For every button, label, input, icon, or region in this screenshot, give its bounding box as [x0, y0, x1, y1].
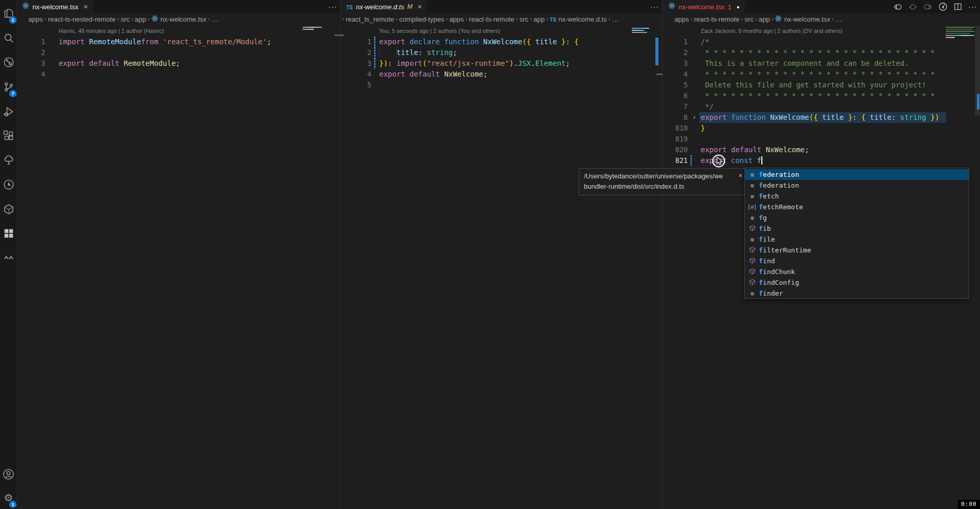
suggest-item[interactable]: ≡federation	[745, 169, 969, 180]
suggest-item[interactable]: ≡file	[745, 234, 969, 245]
code-editor[interactable]: 1import RemoteModulefrom 'react_ts_remot…	[17, 25, 340, 509]
suggest-widget: ≡federation≡federation≡fetch[∅]fetchRemo…	[744, 168, 969, 299]
line-number: 4	[17, 69, 45, 80]
breadcrumb-item[interactable]: app	[135, 15, 146, 23]
suggest-item[interactable]: fib	[745, 223, 969, 234]
minimap[interactable]	[632, 28, 649, 34]
code-line[interactable]: 4	[17, 69, 340, 80]
code-line[interactable]: 6 * * * * * * * * * * * * * * * * * * * …	[663, 90, 980, 101]
tab-close-icon[interactable]: ×	[418, 3, 422, 11]
breadcrumb-item[interactable]: src	[520, 15, 528, 23]
timeline-icon[interactable]	[0, 174, 17, 195]
code-editor[interactable]: 1export declare function NxWelcome({ tit…	[341, 25, 662, 509]
text-cursor	[761, 156, 762, 165]
breadcrumb-item[interactable]: …	[211, 15, 218, 23]
explorer-icon[interactable]: 1	[0, 3, 17, 24]
previous-change-icon[interactable]	[894, 3, 902, 11]
breadcrumb-item[interactable]: apps	[449, 15, 464, 23]
breadcrumb-item[interactable]: compiled-types	[399, 15, 444, 23]
editor-more-actions-icon[interactable]: ···	[968, 3, 977, 11]
code-line[interactable]: 5	[341, 80, 662, 90]
split-editor-icon[interactable]	[954, 3, 962, 11]
overview-modified-marker	[977, 94, 979, 110]
suggest-item[interactable]: find	[745, 256, 969, 266]
line-number: 4	[341, 69, 371, 80]
source-control-icon[interactable]: 7	[0, 77, 17, 97]
breadcrumb-item[interactable]: app	[759, 15, 770, 23]
text-suggestion-icon: ≡	[747, 171, 757, 178]
explorer-badge: 1	[9, 16, 16, 24]
fold-chevron-icon[interactable]: ›	[692, 112, 696, 123]
suggest-item[interactable]: [∅]fetchRemote	[745, 202, 969, 212]
code-line[interactable]: 3}): import("react/jsx-runtime").JSX.Ele…	[341, 58, 662, 69]
breadcrumb-item[interactable]: …	[612, 15, 618, 23]
grid-view-icon[interactable]	[0, 223, 17, 244]
code-line[interactable]: 818}	[663, 123, 980, 134]
suggest-item[interactable]: filterRuntime	[745, 245, 969, 256]
tree-view-icon[interactable]	[0, 150, 17, 170]
minimap[interactable]	[946, 27, 974, 39]
wave-extension-icon[interactable]	[0, 247, 17, 268]
extensions-icon[interactable]	[0, 125, 17, 146]
breadcrumb-item[interactable]: react-ts-remote	[469, 15, 514, 23]
code-line[interactable]: 2 title: string;	[341, 47, 662, 58]
tooltip-close-icon[interactable]: ×	[738, 171, 742, 181]
breadcrumb-item[interactable]: react-ts-nested-remote	[48, 15, 116, 23]
suggest-item[interactable]: findChunk	[745, 266, 969, 277]
breadcrumb-item[interactable]: react-ts-remote	[694, 15, 739, 23]
suggest-item[interactable]: ≡fetch	[745, 191, 969, 202]
code-line[interactable]: 3 This is a starter component and can be…	[663, 58, 980, 69]
code-line[interactable]: 7 */	[663, 101, 980, 112]
search-icon[interactable]	[0, 28, 17, 48]
suggest-item[interactable]: ≡fg	[745, 212, 969, 223]
code-line[interactable]: 5 Delete this file and get started with …	[663, 80, 980, 90]
code-line-text: import RemoteModulefrom 'react_ts_remote…	[59, 37, 271, 47]
code-line[interactable]: 819	[663, 134, 980, 144]
editor-more-actions-icon[interactable]: ···	[328, 3, 337, 11]
tab-nx-welcome-tsx[interactable]: nx-welcome.tsx×	[17, 0, 93, 13]
breadcrumb-item[interactable]: nx-welcome.tsx	[775, 15, 830, 24]
hexagon-extension-icon[interactable]	[0, 199, 17, 220]
code-line[interactable]: 820export default NxWelcome;	[663, 144, 980, 155]
breadcrumb-item[interactable]: TSnx-welcome.d.ts	[550, 15, 607, 23]
code-line[interactable]: 4 * * * * * * * * * * * * * * * * * * * …	[663, 69, 980, 80]
codelens-blame[interactable]: Zack Jackson, 9 months ago | 2 authors (…	[701, 28, 843, 36]
code-line[interactable]: 3export default RemoteModule;	[17, 58, 340, 69]
breadcrumb-item[interactable]: src	[744, 15, 753, 23]
codelens-blame[interactable]: You, 5 seconds ago | 2 authors (You and …	[379, 28, 500, 36]
account-icon[interactable]	[0, 464, 17, 484]
code-line[interactable]: 8›export function NxWelcome({ title }: {…	[663, 112, 980, 123]
code-line[interactable]: 821export const f	[663, 155, 980, 166]
text-suggestion-icon: ≡	[747, 214, 757, 222]
code-line[interactable]: 1/*	[663, 37, 980, 47]
settings-icon[interactable]: ⚙ 1	[0, 487, 17, 508]
code-line[interactable]: 1export declare function NxWelcome({ tit…	[341, 37, 662, 47]
remote-graph-icon[interactable]	[0, 52, 17, 72]
run-debug-icon[interactable]	[0, 101, 17, 122]
breadcrumb-item[interactable]: src	[121, 15, 130, 23]
tab-nx-welcome-tsx-active[interactable]: nx-welcome.tsx1●	[663, 0, 744, 13]
breadcrumb-item[interactable]: nx-welcome.tsx	[151, 15, 207, 24]
timeline-run-icon[interactable]	[938, 2, 948, 11]
breadcrumb-item[interactable]: apps	[28, 15, 43, 23]
editor-more-actions-icon[interactable]: ···	[650, 3, 659, 11]
change-circle-icon[interactable]	[908, 3, 917, 11]
source-control-badge: 7	[9, 90, 16, 97]
suggest-item[interactable]: ≡finder	[745, 288, 969, 299]
next-change-icon[interactable]	[923, 3, 932, 11]
breadcrumb-item[interactable]: react_ts_remote	[346, 15, 394, 23]
breadcrumb-item[interactable]: apps	[674, 15, 689, 23]
code-line[interactable]: 2	[17, 47, 340, 58]
suggest-item[interactable]: ≡federation	[745, 180, 969, 191]
suggest-item[interactable]: findConfig	[745, 277, 969, 288]
code-line[interactable]: 1import RemoteModulefrom 'react_ts_remot…	[17, 37, 340, 47]
minimap[interactable]	[302, 27, 322, 31]
code-line[interactable]: 2 * * * * * * * * * * * * * * * * * * * …	[663, 47, 980, 58]
tab-nx-welcome-dts[interactable]: TSnx-welcome.d.tsM×	[341, 0, 426, 13]
breadcrumb-item[interactable]: …	[835, 15, 842, 23]
tab-close-icon[interactable]: ×	[84, 3, 88, 11]
codelens-blame[interactable]: Hanric, 48 minutes ago | 1 author (Hanri…	[59, 28, 164, 36]
code-line[interactable]: 4export default NxWelcome;	[341, 69, 662, 80]
line-number: 820	[663, 144, 688, 155]
breadcrumb-item[interactable]: app	[533, 15, 545, 23]
